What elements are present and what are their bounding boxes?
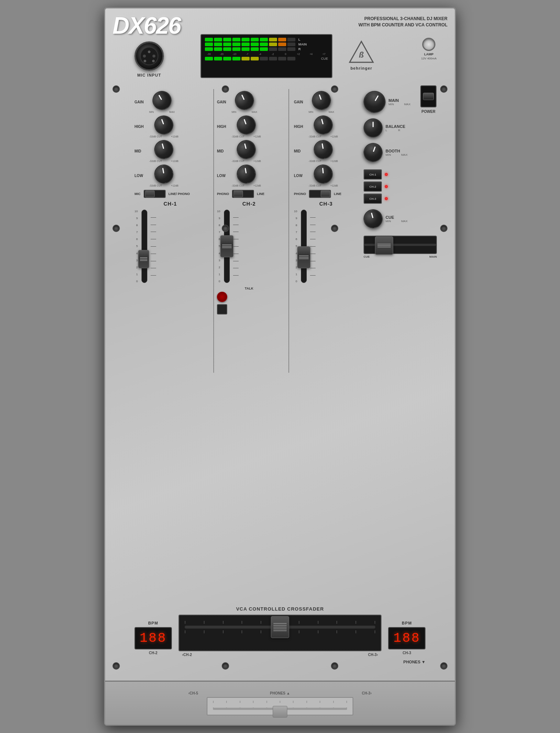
ch2-gain-row: GAIN MIN MAX <box>217 91 281 113</box>
ch3-switch-left-label: PHONO <box>294 192 306 196</box>
ch1-fader-handle[interactable] <box>138 250 149 268</box>
ch2-gain-knob[interactable] <box>232 88 257 113</box>
vu-led <box>205 57 213 60</box>
lamp-label: LAMP <box>421 52 436 57</box>
svg-text:ß: ß <box>359 50 364 59</box>
ch3-low-range: -32dB CUT +12dB <box>309 184 338 187</box>
ch3-gain-row: GAIN MIN MAX <box>294 91 358 113</box>
vu-scale-plus2: +2 <box>294 53 302 55</box>
ch3-gain-max: MAX <box>329 111 334 113</box>
xlr-connector[interactable] <box>135 41 164 71</box>
ch2-high-range: -32dB CUT +12dB <box>232 135 261 138</box>
balance-knob[interactable] <box>364 118 383 137</box>
vu-led <box>242 47 250 51</box>
ch3-switch-right-label: LINE <box>334 192 342 196</box>
cue-ch1-row: CH-1 <box>364 169 437 180</box>
ch3-high-knob[interactable] <box>312 113 335 137</box>
phones-label: PHONES ▼ <box>404 660 425 664</box>
ch3-mid-knob[interactable] <box>312 139 334 161</box>
ch1-gain-knob[interactable] <box>149 87 175 113</box>
vu-led <box>287 43 295 46</box>
cue-ch2-button[interactable]: CH-2 <box>364 181 382 192</box>
ch2-title: CH-2 <box>217 201 281 207</box>
bpm-ch2-channel: CH-2 <box>135 651 172 655</box>
vu-scale-minus10: -10 <box>231 53 239 55</box>
ch2-talk-area: TALK <box>217 287 281 314</box>
lamp-connector[interactable] <box>422 38 435 51</box>
ch2-mid-knob[interactable] <box>235 138 258 161</box>
vu-led <box>242 57 250 60</box>
cue-vol-labels: CUE MIN MAX <box>386 215 408 223</box>
ch2-low-knob[interactable] <box>235 163 257 185</box>
booth-max: MAX <box>401 153 408 156</box>
ch3-fader-handle[interactable] <box>297 246 310 268</box>
vu-led <box>287 38 295 41</box>
ch1-fader-ticks <box>132 210 147 283</box>
main-knob-labels: MAIN MIN MAX <box>388 98 410 106</box>
ch1-low-knob[interactable] <box>153 163 175 185</box>
ch1-high-knob[interactable] <box>152 113 176 137</box>
ch1-mid-knob[interactable] <box>152 138 176 161</box>
vu-led <box>242 38 250 41</box>
crossfader-channel-labels: ‹CH-2 CH-3› <box>178 653 382 657</box>
ch1-high-cut: -32dB CUT <box>149 135 162 138</box>
vu-led <box>232 38 240 41</box>
ch2-fader-handle[interactable] <box>220 235 233 257</box>
ch1-mid-label: MID <box>135 149 149 153</box>
ch1-fader-track <box>141 210 147 283</box>
main-volume-knob[interactable] <box>360 87 390 117</box>
master-cf-track-box <box>364 236 437 254</box>
cue-ch3-label: CH-3 <box>369 197 376 200</box>
ch2-mid-row: MID -32dB CUT +12dB <box>217 140 281 162</box>
bottom-cf-handle[interactable] <box>273 706 287 718</box>
master-cf-handle[interactable] <box>375 236 393 255</box>
ch2-mid-knob-wrapper: -32dB CUT +12dB <box>232 140 261 162</box>
bpm-ch2-section: BPM 188 CH-2 <box>135 621 172 655</box>
ch2-low-cut: -32dB CUT <box>232 184 244 187</box>
balance-labels: BALANCE L R <box>386 124 405 132</box>
bpm-ch3-title: BPM <box>388 621 425 625</box>
ch3-source-switch[interactable] <box>309 190 331 198</box>
ch1-mid-knob-wrapper: -32dB CUT +12dB <box>149 140 178 162</box>
bottom-phones-label: PHONES ▲ <box>270 691 290 695</box>
talk-switch[interactable] <box>217 304 227 314</box>
bottom-right-label: CH-3› <box>362 691 372 695</box>
balance-r: R <box>398 129 400 132</box>
ch1-mid-db: +12dB <box>171 160 178 162</box>
ch1-gain-label: GAIN <box>135 100 149 104</box>
talk-button[interactable] <box>217 292 227 302</box>
ch3-high-db: +12dB <box>331 135 338 138</box>
ch2-high-knob[interactable] <box>234 113 259 137</box>
ch1-source-switch-row: MIC LINE/ PHONO <box>135 190 206 198</box>
ch2-source-switch[interactable] <box>232 190 254 198</box>
booth-knob[interactable] <box>361 140 386 165</box>
balance-knob-row: BALANCE L R <box>364 118 437 137</box>
ch3-gain-knob[interactable] <box>309 88 334 113</box>
ch2-gain-min: MIN <box>232 111 236 113</box>
cue-vol-min: MIN <box>386 220 391 223</box>
master-section: MAIN MIN MAX BALANCE L R BOOTH <box>364 91 437 258</box>
cue-ch1-button[interactable]: CH-1 <box>364 169 382 180</box>
bpm-ch2-title: BPM <box>135 621 172 625</box>
ch1-switch-left-label: MIC <box>135 192 141 196</box>
ch1-source-switch[interactable] <box>144 190 166 198</box>
vu-scale-minus4: -4 <box>256 53 264 55</box>
ch3-low-knob[interactable] <box>313 164 334 184</box>
ch3-fader-section: 10 9 8 7 6 5 4 3 2 1 0 <box>294 210 358 283</box>
vu-led <box>260 43 268 46</box>
bottom-left-label: ‹CH-5 <box>188 691 198 695</box>
ch1-gain-max: MAX <box>169 111 175 113</box>
vu-cue-row: CUE <box>205 57 328 60</box>
ch2-switch-handle <box>233 191 243 197</box>
crossfader-handle[interactable] <box>271 616 289 638</box>
ch3-low-knob-wrapper: -32dB CUT +12dB <box>309 165 338 187</box>
ch2-low-range: -32dB CUT +12dB <box>232 184 261 187</box>
cue-ch1-label: CH-1 <box>369 173 376 176</box>
ch2-high-db: +12dB <box>254 135 261 138</box>
cue-ch3-button[interactable]: CH-3 <box>364 194 382 204</box>
master-cf-main-label: MAIN <box>430 255 437 258</box>
vu-led <box>205 38 213 41</box>
master-cf-labels: CUE MAIN <box>364 255 437 258</box>
mounting-holes-mid <box>105 225 455 232</box>
vu-row-main-r: MAIN <box>205 43 328 46</box>
